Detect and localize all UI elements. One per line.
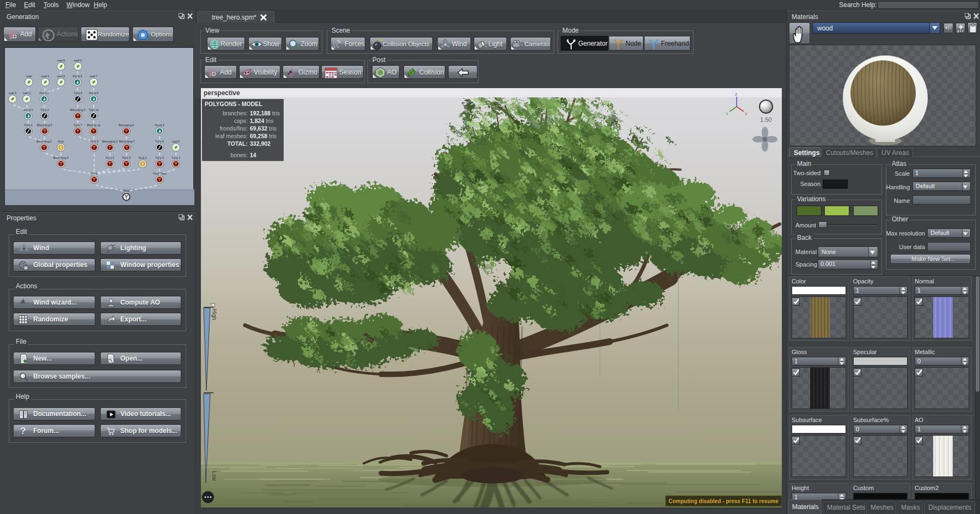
svg-text:Frond 4: Frond 4: [72, 75, 82, 78]
svg-text:Tube 4: Tube 4: [171, 156, 180, 159]
svg-text:Trunk: Trunk: [91, 172, 98, 175]
svg-text:Leaf 2: Leaf 2: [23, 91, 30, 95]
svg-text:Leaf 5: Leaf 5: [172, 140, 180, 143]
svg-text:Frond 3: Frond 3: [155, 123, 164, 127]
svg-text:1.50: 1.50: [760, 116, 771, 123]
svg-text:?: ?: [20, 426, 26, 436]
svg-text:Tree: Tree: [124, 189, 129, 193]
svg-text:Leaf 0: Leaf 0: [74, 59, 82, 62]
svg-text:Knot: Knot: [58, 140, 64, 143]
svg-text:Z: Z: [735, 92, 738, 96]
svg-text:Leaf 4: Leaf 4: [41, 75, 49, 78]
svg-text:Knot 3: Knot 3: [106, 156, 114, 159]
svg-text:High: High: [211, 309, 217, 320]
svg-text:Tube 3: Tube 3: [122, 156, 131, 159]
svg-text:Bifurcating 6: Bifurcating 6: [37, 123, 52, 127]
svg-text:Bifurcating 9: Bifurcating 9: [119, 123, 134, 127]
svg-text:Leaf 9: Leaf 9: [57, 75, 65, 78]
svg-text:Leaf 8: Leaf 8: [57, 59, 65, 62]
svg-text:Knot 2: Knot 2: [139, 156, 147, 159]
svg-text:Low: Low: [211, 471, 217, 481]
svg-text:Bifurcating 7: Bifurcating 7: [119, 140, 134, 143]
svg-text:Leaf 3: Leaf 3: [9, 91, 16, 95]
svg-text:Frond 5: Frond 5: [89, 91, 98, 95]
svg-text:Tube 6: Tube 6: [24, 123, 33, 127]
svg-text:Bifurcating 4: Bifurcating 4: [53, 156, 69, 159]
svg-text:Leaf 7: Leaf 7: [90, 75, 97, 78]
svg-text:Computing disabled - press F11: Computing disabled - press F11 to resume: [669, 498, 779, 504]
svg-text:Tube 2: Tube 2: [40, 108, 49, 112]
svg-text:Tube 10: Tube 10: [89, 108, 99, 112]
svg-text:Bifurcating 9: Bifurcating 9: [70, 108, 85, 112]
svg-text:Tube 5: Tube 5: [155, 156, 164, 159]
svg-text:Y: Y: [726, 112, 728, 116]
svg-text:Leaf: Leaf: [26, 75, 32, 78]
svg-text:Frond 1: Frond 1: [23, 108, 33, 112]
svg-text:Trunk Tube: Trunk Tube: [152, 172, 166, 175]
svg-text:Tube 7: Tube 7: [74, 123, 82, 127]
svg-text:Bifurcating 3: Bifurcating 3: [102, 140, 118, 143]
svg-text:Bifurcating 2: Bifurcating 2: [36, 140, 52, 143]
svg-text:Bifurcat ng: Bifurcat ng: [87, 123, 100, 127]
svg-text:Tube 8: Tube 8: [74, 91, 82, 95]
svg-text:Tube 9: Tube 9: [90, 140, 99, 143]
svg-text:Tube 6: Tube 6: [155, 140, 164, 143]
svg-text:X: X: [745, 112, 748, 116]
svg-text:Frond 2: Frond 2: [39, 91, 48, 95]
